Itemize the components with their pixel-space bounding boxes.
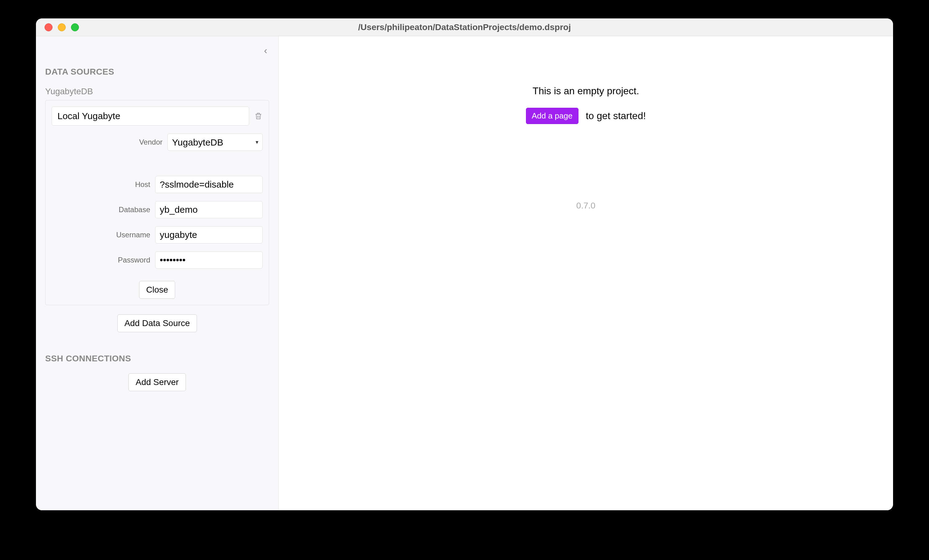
titlebar: /Users/philipeaton/DataStationProjects/d…	[36, 18, 893, 36]
host-row: Host	[52, 176, 263, 193]
add-page-row: Add a page to get started!	[526, 108, 646, 124]
add-data-source-button[interactable]: Add Data Source	[117, 314, 197, 332]
window-title: /Users/philipeaton/DataStationProjects/d…	[358, 22, 571, 32]
database-input[interactable]	[155, 201, 263, 218]
data-sources-header: DATA SOURCES	[45, 67, 269, 77]
vendor-select-wrap: YugabyteDB ▾	[167, 133, 263, 151]
add-page-button[interactable]: Add a page	[526, 108, 578, 124]
username-label: Username	[116, 231, 150, 239]
empty-project-message: This is an empty project.	[533, 85, 639, 97]
data-source-panel: Vendor YugabyteDB ▾ Host Database	[45, 100, 269, 305]
close-button-row: Close	[52, 281, 263, 299]
password-input[interactable]	[155, 251, 263, 269]
ssh-connections-header: SSH CONNECTIONS	[45, 354, 269, 364]
add-server-row: Add Server	[45, 373, 269, 391]
add-data-source-row: Add Data Source	[45, 314, 269, 332]
chevron-left-icon: ‹	[264, 45, 267, 56]
password-row: Password	[52, 251, 263, 269]
window-close-button[interactable]	[44, 23, 52, 31]
password-label: Password	[118, 256, 150, 264]
sidebar-collapse-button[interactable]: ‹	[264, 45, 267, 56]
trash-icon	[254, 111, 263, 121]
content-area: ‹ DATA SOURCES YugabyteDB Vendor	[36, 36, 893, 510]
vendor-select[interactable]: YugabyteDB	[167, 133, 263, 151]
version-label: 0.7.0	[576, 201, 595, 211]
host-label: Host	[135, 180, 150, 189]
data-source-name-row	[52, 107, 263, 125]
database-label: Database	[119, 205, 150, 214]
window-maximize-button[interactable]	[71, 23, 79, 31]
data-source-type-label: YugabyteDB	[45, 87, 269, 96]
vendor-label: Vendor	[139, 138, 162, 147]
traffic-lights	[36, 23, 79, 31]
database-row: Database	[52, 201, 263, 218]
username-row: Username	[52, 226, 263, 243]
sidebar: ‹ DATA SOURCES YugabyteDB Vendor	[36, 36, 279, 510]
app-window: /Users/philipeaton/DataStationProjects/d…	[36, 18, 893, 510]
add-server-button[interactable]: Add Server	[129, 373, 185, 391]
main-pane: This is an empty project. Add a page to …	[279, 36, 893, 510]
delete-data-source-button[interactable]	[254, 111, 263, 121]
get-started-text: to get started!	[586, 110, 646, 122]
vendor-row: Vendor YugabyteDB ▾	[52, 133, 263, 151]
window-minimize-button[interactable]	[58, 23, 66, 31]
data-source-name-input[interactable]	[52, 107, 249, 125]
host-input[interactable]	[155, 176, 263, 193]
username-input[interactable]	[155, 226, 263, 243]
close-button[interactable]: Close	[139, 281, 175, 299]
